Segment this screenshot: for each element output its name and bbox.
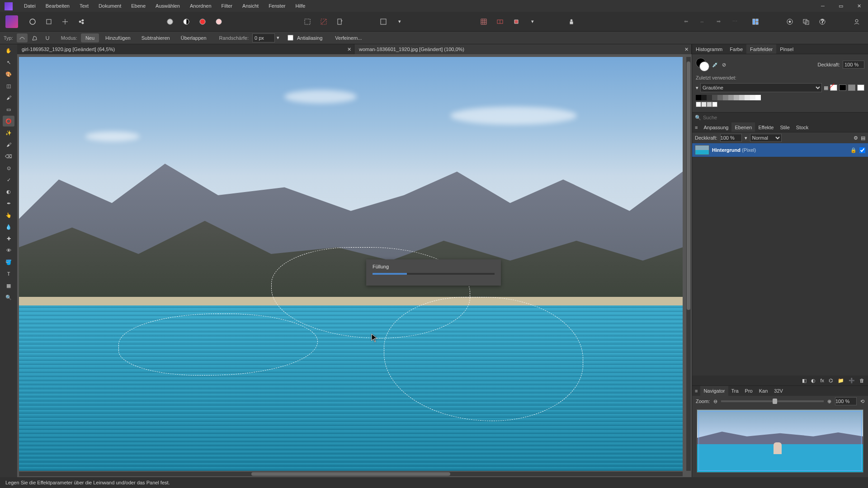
- none-color-icon[interactable]: ⊘: [722, 62, 726, 68]
- layer-group-icon[interactable]: 📁: [838, 378, 844, 384]
- panel-menu-icon[interactable]: ≡: [692, 386, 700, 396]
- swatch-view-grid-icon[interactable]: ▦: [824, 85, 828, 91]
- layer-item[interactable]: Hintergrund (Pixel) 🔒: [692, 143, 868, 157]
- move-tool[interactable]: ↖: [3, 57, 14, 68]
- window-close-button[interactable]: ✕: [850, 0, 868, 12]
- swatch-none[interactable]: [830, 84, 837, 91]
- inpaint-tool[interactable]: ✓: [3, 174, 14, 185]
- align-right-button[interactable]: ➡: [712, 15, 725, 28]
- tab-farbe[interactable]: Farbe: [726, 44, 746, 54]
- recent-swatch[interactable]: [712, 102, 717, 107]
- horizontal-scrollbar[interactable]: [19, 472, 683, 476]
- randschaerfe-stepper[interactable]: ▾: [277, 35, 282, 41]
- swatch-white[interactable]: [857, 84, 864, 91]
- swatch-black[interactable]: [839, 84, 846, 91]
- refine-selection-button[interactable]: [333, 15, 347, 28]
- menu-ebene[interactable]: Ebene: [126, 0, 151, 12]
- layer-opacity-input[interactable]: [720, 134, 742, 142]
- account-button[interactable]: [850, 15, 863, 28]
- menu-hilfe[interactable]: Hilfe: [290, 0, 310, 12]
- vertical-scrollbar[interactable]: [686, 57, 691, 471]
- type-magnetic-button[interactable]: [42, 33, 53, 42]
- layer-mask-icon[interactable]: ◧: [802, 378, 807, 384]
- navigator-viewport-box[interactable]: [698, 411, 862, 471]
- hue-button[interactable]: [196, 15, 209, 28]
- red-eye-tool[interactable]: 👁: [3, 245, 14, 256]
- zoom-slider[interactable]: [721, 400, 824, 402]
- chevron-down-icon[interactable]: ▾: [696, 85, 698, 91]
- antialiasing-checkbox[interactable]: [288, 35, 293, 41]
- align-left-button[interactable]: ⬅: [679, 15, 693, 28]
- align-center-button[interactable]: ↔: [695, 15, 709, 28]
- heal-tool[interactable]: ✚: [3, 233, 14, 244]
- layer-search-input[interactable]: [703, 115, 865, 120]
- type-polygon-button[interactable]: [29, 33, 40, 42]
- swatch[interactable]: [739, 95, 745, 100]
- tab-anpassung[interactable]: Anpassung: [700, 122, 731, 132]
- persona-develop-button[interactable]: [58, 15, 72, 28]
- window-minimize-button[interactable]: ─: [814, 0, 832, 12]
- deckkraft-input[interactable]: [843, 61, 864, 69]
- swatch-preset-select[interactable]: Grautöne: [700, 83, 822, 92]
- menu-datei[interactable]: Datei: [19, 0, 41, 12]
- zoom-tool[interactable]: 🔍: [3, 292, 14, 303]
- panel-menu-icon[interactable]: ≡: [692, 122, 700, 132]
- flood-select-tool[interactable]: ✨: [3, 127, 14, 138]
- persona-export-button[interactable]: [75, 15, 88, 28]
- paint-brush-tool[interactable]: 🖌: [3, 139, 14, 150]
- tab-transform[interactable]: Tra: [728, 386, 742, 396]
- menu-filter[interactable]: Filter: [217, 0, 237, 12]
- tab-effekte[interactable]: Effekte: [755, 122, 777, 132]
- persona-photo-button[interactable]: [26, 15, 39, 28]
- swatch[interactable]: [712, 95, 717, 100]
- zoom-value-input[interactable]: [835, 397, 857, 405]
- erase-tool[interactable]: ⌫: [3, 151, 14, 162]
- assets-button[interactable]: [799, 15, 813, 28]
- tab-stock[interactable]: Stock: [793, 122, 812, 132]
- chevron-down-icon[interactable]: ▾: [745, 135, 747, 141]
- tab-close-button[interactable]: ✕: [684, 47, 689, 52]
- align-more-button[interactable]: ⋯: [728, 15, 741, 28]
- recent-swatch[interactable]: [696, 102, 701, 107]
- verfeinern-button[interactable]: Verfeinern...: [330, 33, 366, 42]
- randschaerfe-input[interactable]: [252, 33, 275, 42]
- tab-farbfelder[interactable]: Farbfelder: [746, 44, 776, 54]
- stock-button[interactable]: [783, 15, 797, 28]
- zoom-out-button[interactable]: ⊖: [713, 399, 717, 404]
- snapping-dropdown[interactable]: ▾: [526, 15, 539, 28]
- swatch[interactable]: [717, 95, 723, 100]
- mode-neu-button[interactable]: Neu: [81, 33, 99, 42]
- layer-live-icon[interactable]: ⌬: [829, 378, 833, 384]
- layer-delete-icon[interactable]: 🗑: [859, 378, 864, 383]
- recent-swatch[interactable]: [701, 102, 707, 107]
- persona-liquify-button[interactable]: [42, 15, 56, 28]
- swatch[interactable]: [701, 95, 707, 100]
- mode-ueberlappen-button[interactable]: Überlappen: [176, 33, 211, 42]
- clone-tool[interactable]: ⊙: [3, 163, 14, 174]
- color-picker-tool[interactable]: 🎨: [3, 69, 14, 80]
- crop-tool[interactable]: ◫: [3, 80, 14, 91]
- menu-bearbeiten[interactable]: Bearbeiten: [41, 0, 75, 12]
- fill-tool[interactable]: 🪣: [3, 257, 14, 267]
- document-tab[interactable]: girl-1869532_1920.jpg [Geändert] (64,5%)…: [17, 44, 354, 54]
- tab-stile[interactable]: Stile: [777, 122, 793, 132]
- dodge-tool[interactable]: ◐: [3, 186, 14, 197]
- window-maximize-button[interactable]: ▭: [832, 0, 850, 12]
- quick-mask-dropdown[interactable]: ▾: [393, 15, 406, 28]
- split-view-button[interactable]: [493, 15, 507, 28]
- black-white-button[interactable]: [179, 15, 193, 28]
- mode-hinzufuegen-button[interactable]: Hinzufügen: [101, 33, 135, 42]
- swatch[interactable]: [750, 95, 755, 100]
- swatch[interactable]: [707, 95, 712, 100]
- freehand-selection-tool[interactable]: ⭕: [3, 116, 14, 127]
- mode-subtrahieren-button[interactable]: Subtrahieren: [137, 33, 175, 42]
- menu-text[interactable]: Text: [75, 0, 94, 12]
- navigator-preview[interactable]: [697, 409, 863, 473]
- text-tool[interactable]: T: [3, 268, 14, 279]
- zoom-in-button[interactable]: ⊕: [827, 399, 831, 404]
- recent-swatch[interactable]: [707, 102, 712, 107]
- eyedropper-icon[interactable]: 💉: [712, 62, 718, 68]
- hand-tool[interactable]: ✋: [3, 45, 14, 56]
- color-wheel-button[interactable]: [163, 15, 177, 28]
- swatch[interactable]: [723, 95, 728, 100]
